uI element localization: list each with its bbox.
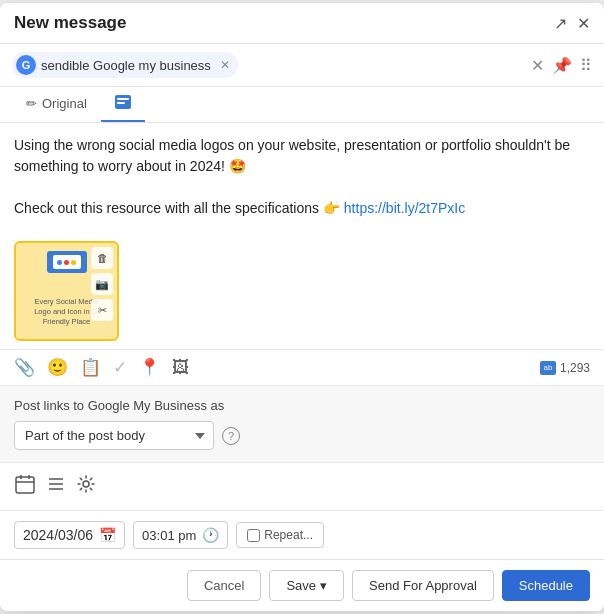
- time-input-group[interactable]: 03:01 pm 🕐: [133, 521, 228, 549]
- date-value: 2024/03/06: [23, 527, 93, 543]
- image-logo: [47, 251, 87, 273]
- schedule-button[interactable]: Schedule: [502, 570, 590, 601]
- message-link[interactable]: https://bit.ly/2t7PxIc: [344, 200, 465, 216]
- grid-icon[interactable]: ⠿: [580, 56, 592, 75]
- dot-red: [64, 260, 69, 265]
- svg-rect-2: [117, 102, 125, 104]
- char-count-value: 1,293: [560, 361, 590, 375]
- image-overlay: 🗑 📷 ✂: [91, 247, 113, 321]
- list-icon[interactable]: [46, 474, 66, 499]
- emoji-icon[interactable]: 🙂: [47, 357, 68, 378]
- save-label: Save: [286, 578, 316, 593]
- repeat-label: Repeat...: [264, 528, 313, 542]
- char-icon: ab: [540, 361, 556, 375]
- recipient-bar-right: ✕ 📌 ⠿: [531, 56, 592, 75]
- save-button[interactable]: Save ▾: [269, 570, 344, 601]
- custom-tab-icon: [115, 95, 131, 112]
- repeat-button[interactable]: Repeat...: [236, 522, 324, 548]
- modal-header: New message ↗ ✕: [0, 3, 604, 44]
- pin-icon[interactable]: 📌: [552, 56, 572, 75]
- svg-rect-3: [16, 477, 34, 493]
- gear-icon[interactable]: [76, 474, 96, 499]
- post-links-section: Post links to Google My Business as Part…: [0, 386, 604, 463]
- message-text1: Using the wrong social media logos on yo…: [14, 137, 570, 174]
- image-preview: Every Social Media Logo and Icon in Di F…: [14, 241, 119, 341]
- tabs-row: ✏ Original: [0, 87, 604, 123]
- image-logo-inner: [53, 255, 81, 269]
- help-icon[interactable]: ?: [222, 427, 240, 445]
- footer-actions: Cancel Save ▾ Send For Approval Schedule: [0, 560, 604, 611]
- schedule-date-row: 2024/03/06 📅 03:01 pm 🕐 Repeat...: [0, 511, 604, 560]
- dot-yellow: [71, 260, 76, 265]
- post-links-label: Post links to Google My Business as: [14, 398, 590, 413]
- tab-custom[interactable]: [101, 87, 145, 122]
- dot-blue: [57, 260, 62, 265]
- delete-image-icon[interactable]: 🗑: [91, 247, 113, 269]
- close-icon[interactable]: ✕: [577, 14, 590, 33]
- account-name: sendible Google my business: [41, 58, 211, 73]
- tab-original[interactable]: ✏ Original: [12, 87, 101, 122]
- location-icon[interactable]: 📍: [139, 357, 160, 378]
- image-box: Every Social Media Logo and Icon in Di F…: [14, 241, 119, 341]
- time-value: 03:01 pm: [142, 528, 196, 543]
- recipient-chip[interactable]: G sendible Google my business ✕: [12, 52, 238, 78]
- header-icons: ↗ ✕: [554, 14, 590, 33]
- chip-close-icon[interactable]: ✕: [220, 58, 230, 72]
- send-approval-button[interactable]: Send For Approval: [352, 570, 494, 601]
- post-links-select[interactable]: Part of the post body As a button: [14, 421, 214, 450]
- svg-rect-1: [117, 98, 129, 100]
- svg-point-10: [83, 481, 89, 487]
- clock-icon[interactable]: 🕐: [202, 527, 219, 543]
- date-input-group[interactable]: 2024/03/06 📅: [14, 521, 125, 549]
- char-count: ab 1,293: [540, 361, 590, 375]
- cancel-button[interactable]: Cancel: [187, 570, 261, 601]
- clear-icon[interactable]: ✕: [531, 56, 544, 75]
- modal-title: New message: [14, 13, 126, 33]
- message-body: Using the wrong social media logos on yo…: [0, 123, 604, 231]
- toolbar-row: 📎 🙂 📋 ✓ 📍 🖼 ab 1,293: [0, 349, 604, 386]
- post-links-select-row: Part of the post body As a button ?: [14, 421, 590, 450]
- message-text2: Check out this resource with all the spe…: [14, 200, 340, 216]
- calendar-icon[interactable]: [14, 473, 36, 500]
- expand-icon[interactable]: ↗: [554, 14, 567, 33]
- image2-icon[interactable]: 🖼: [172, 358, 189, 378]
- repeat-checkbox[interactable]: [247, 529, 260, 542]
- crop-image-icon[interactable]: ✂: [91, 299, 113, 321]
- calendar-small-icon[interactable]: 📅: [99, 527, 116, 543]
- recipient-bar: G sendible Google my business ✕ ✕ 📌 ⠿: [0, 44, 604, 87]
- new-message-modal: New message ↗ ✕ G sendible Google my bus…: [0, 3, 604, 611]
- edit-image-icon[interactable]: 📷: [91, 273, 113, 295]
- attach-icon[interactable]: 📎: [14, 357, 35, 378]
- pencil-icon: ✏: [26, 96, 37, 111]
- text-icon[interactable]: 📋: [80, 357, 101, 378]
- save-chevron: ▾: [320, 578, 327, 593]
- schedule-options: [0, 463, 604, 511]
- platform-icon: G: [16, 55, 36, 75]
- check-icon[interactable]: ✓: [113, 357, 127, 378]
